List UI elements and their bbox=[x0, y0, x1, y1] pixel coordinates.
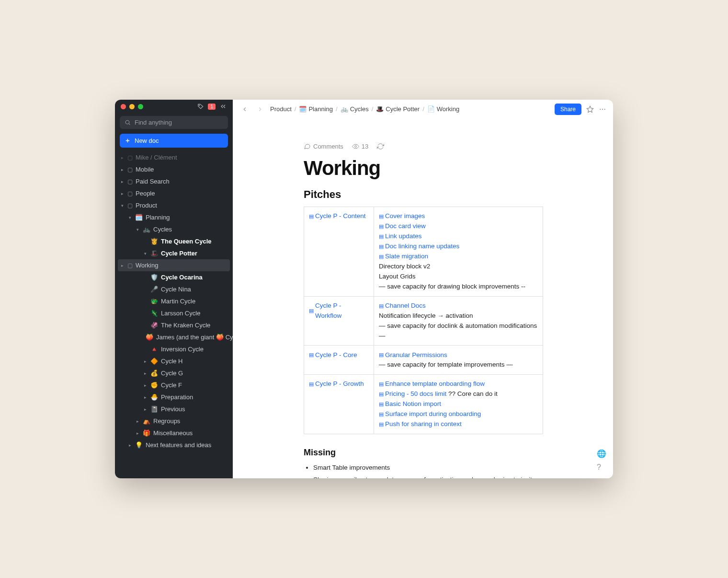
svg-point-5 bbox=[354, 146, 356, 148]
breadcrumb-item[interactable]: 📄Working bbox=[427, 105, 459, 113]
chevron-icon: ▸ bbox=[143, 383, 148, 388]
sidebar-item-5[interactable]: ▾🗓️Planning bbox=[115, 211, 233, 223]
sidebar-item-17[interactable]: ▸🔶Cycle H bbox=[115, 355, 233, 367]
help-icon[interactable]: ? bbox=[597, 463, 606, 472]
nav-back-button[interactable] bbox=[239, 104, 250, 115]
doc-link[interactable]: ▤Enhance template onboarding flow bbox=[379, 379, 485, 389]
sidebar-item-label: Cycle G bbox=[161, 370, 183, 377]
list-item: Smart Table improvements bbox=[313, 462, 543, 474]
sidebar-item-label: Cycles bbox=[153, 226, 172, 233]
doc-link[interactable]: ▤Pricing - 50 docs limit bbox=[379, 389, 446, 399]
star-icon[interactable] bbox=[586, 105, 594, 113]
sidebar-item-23[interactable]: ▸🎁Miscellaneous bbox=[115, 427, 233, 439]
chevron-icon: ▸ bbox=[143, 407, 148, 412]
chevron-icon: ▸ bbox=[143, 359, 148, 364]
page-content: Comments 13 Working Pitches ▤Cycle P - C… bbox=[233, 119, 613, 478]
share-button[interactable]: Share bbox=[555, 104, 581, 115]
search-input[interactable]: Find anything bbox=[120, 116, 228, 129]
doc-icon: ▢ bbox=[127, 262, 133, 269]
sidebar-item-16[interactable]: 🔺Inversion Cycle bbox=[115, 343, 233, 355]
sidebar-item-9[interactable]: ▸▢Working bbox=[118, 259, 230, 271]
sidebar-item-2[interactable]: ▸▢Paid Search bbox=[115, 175, 233, 187]
doc-icon: ▤ bbox=[379, 222, 384, 231]
doc-link[interactable]: ▤Channel Docs bbox=[379, 301, 426, 311]
sidebar-item-4[interactable]: ▾▢Product bbox=[115, 199, 233, 211]
sidebar-item-20[interactable]: ▸🐣Preparation bbox=[115, 391, 233, 403]
breadcrumb-item[interactable]: Product bbox=[270, 105, 292, 113]
breadcrumb-item[interactable]: 🎩Cycle Potter bbox=[376, 105, 420, 113]
eye-icon bbox=[352, 143, 359, 150]
minimize-window-button[interactable] bbox=[129, 104, 135, 109]
doc-link[interactable]: ▤Doc card view bbox=[379, 221, 426, 231]
sidebar-item-22[interactable]: ▸⛺Regroups bbox=[115, 415, 233, 427]
doc-icon: ▢ bbox=[127, 178, 133, 185]
svg-point-1 bbox=[125, 120, 129, 124]
sidebar-item-1[interactable]: ▸▢Mobile bbox=[115, 163, 233, 175]
breadcrumb-item[interactable]: 🗓️Planning bbox=[299, 105, 333, 113]
chevron-icon: ▾ bbox=[135, 227, 140, 232]
more-icon[interactable] bbox=[599, 105, 606, 113]
notification-badge[interactable]: 1 bbox=[208, 104, 216, 110]
doc-icon: ▢ bbox=[127, 190, 133, 197]
maximize-window-button[interactable] bbox=[138, 104, 143, 109]
sidebar-item-label: Mobile bbox=[136, 166, 154, 173]
sidebar-item-12[interactable]: 🐲Martin Cycle bbox=[115, 295, 233, 307]
sidebar-item-label: Mike / Clément bbox=[136, 154, 177, 161]
doc-icon: ▢ bbox=[127, 166, 133, 173]
sidebar-item-0[interactable]: ▸▢Mike / Clément bbox=[115, 151, 233, 163]
close-window-button[interactable] bbox=[121, 104, 126, 109]
comment-icon bbox=[304, 143, 311, 150]
sidebar-item-19[interactable]: ▸✊Cycle F bbox=[115, 379, 233, 391]
sidebar-item-18[interactable]: ▸💰Cycle G bbox=[115, 367, 233, 379]
sidebar-item-6[interactable]: ▾🚲Cycles bbox=[115, 223, 233, 235]
doc-link[interactable]: ▤Doc linking name updates bbox=[379, 242, 459, 252]
sidebar-item-14[interactable]: 🦑The Kraken Cycle bbox=[115, 319, 233, 331]
chevron-icon: ▸ bbox=[120, 191, 125, 196]
sidebar-item-3[interactable]: ▸▢People bbox=[115, 187, 233, 199]
doc-link[interactable]: ▤Basic Notion import bbox=[379, 399, 441, 409]
main-pane: Product/🗓️Planning/🚲Cycles/🎩Cycle Potter… bbox=[233, 100, 613, 478]
sidebar-item-24[interactable]: ▸💡Next features and ideas bbox=[115, 439, 233, 451]
sidebar-item-8[interactable]: ▾🎩Cycle Potter bbox=[115, 247, 233, 259]
views-indicator[interactable]: 13 bbox=[352, 143, 368, 150]
item-emoji: 🔺 bbox=[150, 346, 158, 353]
pitch-name-link[interactable]: ▤Cycle P - Content bbox=[309, 211, 366, 221]
item-emoji: 🛡️ bbox=[150, 274, 158, 281]
doc-link[interactable]: ▤Surface import during onboarding bbox=[379, 409, 481, 419]
doc-link[interactable]: ▤Push for sharing in context bbox=[379, 419, 462, 429]
sidebar-item-10[interactable]: 🛡️Cycle Ocarina bbox=[115, 271, 233, 283]
pitch-name-link[interactable]: ▤Cycle P - Workflow bbox=[309, 301, 369, 321]
table-row: ▤Cycle P - Core▤Granular Permissions— sa… bbox=[304, 346, 543, 375]
nav-forward-button[interactable] bbox=[255, 104, 265, 115]
tag-icon[interactable] bbox=[197, 103, 204, 110]
sidebar-item-7[interactable]: 👸The Queen Cycle bbox=[115, 235, 233, 247]
breadcrumb-item[interactable]: 🚲Cycles bbox=[341, 105, 369, 113]
sidebar-item-label: Inversion Cycle bbox=[161, 346, 204, 353]
sidebar-item-label: Preparation bbox=[161, 393, 193, 401]
collapse-sidebar-icon[interactable] bbox=[219, 103, 227, 110]
sidebar-item-label: Martin Cycle bbox=[161, 298, 195, 305]
doc-link[interactable]: ▤Granular Permissions bbox=[379, 350, 447, 360]
doc-link[interactable]: ▤Link updates bbox=[379, 231, 422, 242]
missing-list: Smart Table improvementsSharing - email … bbox=[304, 462, 543, 478]
globe-icon[interactable]: 🌐 bbox=[597, 449, 606, 458]
sidebar-item-11[interactable]: 🎤Cycle Nina bbox=[115, 283, 233, 295]
doc-link[interactable]: ▤Cover images bbox=[379, 211, 425, 221]
sidebar-item-label: Next features and ideas bbox=[146, 441, 211, 449]
refresh-button[interactable] bbox=[377, 143, 384, 150]
sidebar-item-15[interactable]: 🍑James (and the giant 🍑 Cy… bbox=[115, 331, 233, 343]
sidebar-item-13[interactable]: 🦎Larsson Cycle bbox=[115, 307, 233, 319]
item-emoji: 📓 bbox=[150, 405, 158, 413]
new-doc-button[interactable]: New doc bbox=[120, 134, 228, 148]
doc-icon: ▤ bbox=[379, 380, 384, 388]
comments-button[interactable]: Comments bbox=[304, 143, 343, 150]
doc-link[interactable]: ▤Slate migration bbox=[379, 252, 428, 262]
table-row: ▤Cycle P - Growth▤Enhance template onboa… bbox=[304, 375, 543, 434]
new-doc-label: New doc bbox=[135, 137, 159, 144]
table-text: — save capacity for template improvement… bbox=[379, 360, 538, 370]
sidebar-item-21[interactable]: ▸📓Previous bbox=[115, 403, 233, 415]
pitch-name-link[interactable]: ▤Cycle P - Core bbox=[309, 350, 357, 360]
chevron-icon: ▸ bbox=[120, 167, 125, 172]
doc-icon: ▤ bbox=[379, 253, 384, 261]
pitch-name-link[interactable]: ▤Cycle P - Growth bbox=[309, 379, 364, 389]
